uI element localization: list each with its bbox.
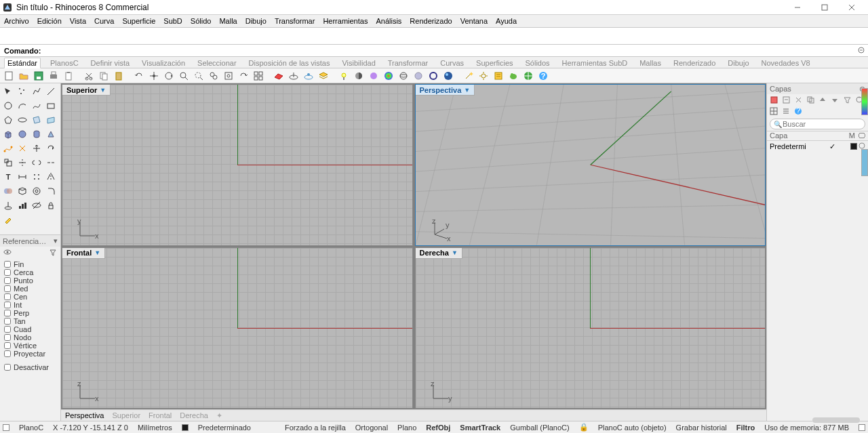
status-filtro[interactable]: Filtro xyxy=(736,424,755,432)
viewport-perspectiva[interactable]: Perspectiva▼ zyx xyxy=(415,84,766,246)
layer-help-icon[interactable]: ? xyxy=(794,107,802,117)
tooltab-visualizacion[interactable]: Visualización xyxy=(139,58,188,68)
tooltab-dibujo[interactable]: Dibujo xyxy=(725,58,751,68)
light-icon[interactable] xyxy=(338,70,350,82)
tooltab-seleccionar[interactable]: Seleccionar xyxy=(195,58,239,68)
save-icon[interactable] xyxy=(33,70,45,82)
command-input[interactable] xyxy=(43,46,864,56)
status-gumball[interactable]: Gumball (PlanoC) xyxy=(510,424,569,432)
osnap-tan[interactable] xyxy=(4,318,11,325)
views-icon[interactable] xyxy=(252,70,264,82)
menu-solido[interactable]: Sólido xyxy=(191,17,212,25)
menu-curva[interactable]: Curva xyxy=(94,17,114,25)
osnap-fin[interactable] xyxy=(4,261,11,268)
boolean-icon[interactable] xyxy=(1,184,15,198)
box-icon[interactable] xyxy=(1,127,15,141)
viewport-menu-icon[interactable]: ▼ xyxy=(452,249,458,256)
viewport-derecha[interactable]: Derecha▼ zy xyxy=(415,247,766,409)
zoom-window-icon[interactable] xyxy=(193,70,205,82)
osnap-perp[interactable] xyxy=(4,310,11,316)
viewport-menu-icon[interactable]: ▼ xyxy=(464,87,470,94)
polyline-icon[interactable] xyxy=(30,85,43,98)
osnap-med[interactable] xyxy=(4,285,11,292)
sphere-icon[interactable] xyxy=(16,127,29,141)
render-icon[interactable] xyxy=(368,70,380,82)
osnap-cen[interactable] xyxy=(4,293,11,300)
status-ortho[interactable]: Ortogonal xyxy=(355,424,388,432)
sidetab-render[interactable] xyxy=(861,149,868,176)
array-icon[interactable] xyxy=(30,170,43,184)
tooltab-solidos[interactable]: Sólidos xyxy=(523,58,553,68)
extrude-icon[interactable] xyxy=(44,127,58,141)
tooltab-curvas[interactable]: Curvas xyxy=(437,58,467,68)
status-layer-color[interactable] xyxy=(182,424,189,431)
layers-icon[interactable] xyxy=(317,70,330,82)
named-cplane-icon[interactable] xyxy=(302,70,315,82)
layer-color-swatch[interactable] xyxy=(850,143,857,150)
osnap-cerca[interactable] xyxy=(4,269,11,276)
tooltab-definir-vista[interactable]: Definir vista xyxy=(88,58,132,68)
viewport-title-frontal[interactable]: Frontal▼ xyxy=(62,248,105,259)
shade-icon[interactable] xyxy=(353,70,365,82)
status-plano[interactable]: Plano xyxy=(397,424,416,432)
osnap-nodo[interactable] xyxy=(4,334,11,341)
osnap-proyectar[interactable] xyxy=(4,350,11,357)
menu-herramientas[interactable]: Herramientas xyxy=(323,17,368,25)
menu-dibujo[interactable]: Dibujo xyxy=(245,17,267,25)
xray-icon[interactable] xyxy=(427,70,439,82)
layer-up-icon[interactable] xyxy=(818,96,827,106)
tooltab-novedades[interactable]: Novedades V8 xyxy=(759,58,813,68)
tooltab-mallas[interactable]: Mallas xyxy=(637,58,664,68)
tooltab-disposicion[interactable]: Disposición de las vistas xyxy=(246,58,333,68)
grasshopper-icon[interactable] xyxy=(507,70,519,82)
print-icon[interactable] xyxy=(47,70,60,82)
menu-transformar[interactable]: Transformar xyxy=(275,17,315,25)
layer-copy-icon[interactable] xyxy=(806,96,815,106)
osnap-eye-icon[interactable] xyxy=(3,247,12,258)
menu-renderizado[interactable]: Renderizado xyxy=(410,17,452,25)
rotate-obj-icon[interactable] xyxy=(44,142,58,155)
status-cplane-box[interactable] xyxy=(3,424,9,431)
zoom-icon[interactable] xyxy=(178,70,190,82)
split-icon[interactable] xyxy=(44,156,58,169)
offset-icon[interactable] xyxy=(30,184,43,198)
viewport-title-superior[interactable]: Superior▼ xyxy=(62,85,111,96)
status-units[interactable]: Milímetros xyxy=(138,424,172,432)
new-icon[interactable] xyxy=(3,70,15,82)
osnap-punto[interactable] xyxy=(4,277,11,284)
status-cpauto[interactable]: PlanoC auto (objeto) xyxy=(598,424,667,432)
cylinder-icon[interactable] xyxy=(30,127,43,141)
status-refobj[interactable]: RefObj xyxy=(426,424,450,432)
curve-icon[interactable] xyxy=(30,99,43,112)
menu-edicion[interactable]: Edición xyxy=(37,17,62,25)
viewport-menu-icon[interactable]: ▼ xyxy=(94,249,100,256)
layer-down-icon[interactable] xyxy=(831,96,840,106)
viewtab-frontal[interactable]: Frontal xyxy=(149,411,172,419)
line-icon[interactable] xyxy=(44,85,58,98)
status-grid[interactable]: Forzado a la rejilla xyxy=(285,424,346,432)
maximize-button[interactable] xyxy=(811,0,838,15)
menu-ventana[interactable]: Ventana xyxy=(460,17,488,25)
osnap-vertice[interactable] xyxy=(4,342,11,349)
status-end-box[interactable] xyxy=(859,424,865,431)
ellipse-icon[interactable] xyxy=(16,113,29,127)
horizontal-scrollbar[interactable] xyxy=(812,417,860,423)
osnap-filter-icon[interactable] xyxy=(48,247,58,258)
rotate-icon[interactable] xyxy=(163,70,175,82)
project-icon[interactable] xyxy=(1,199,15,212)
ghosted-icon[interactable] xyxy=(412,70,425,82)
open-icon[interactable] xyxy=(18,70,30,82)
move-icon[interactable] xyxy=(30,142,43,155)
layer-check-icon[interactable]: ✓ xyxy=(829,142,835,151)
tooltab-transformar[interactable]: Transformar xyxy=(385,58,431,68)
viewport-menu-icon[interactable]: ▼ xyxy=(100,87,106,94)
layer-row[interactable]: Predetermi ✓ xyxy=(767,141,868,152)
viewport-superior[interactable]: Superior▼ yx xyxy=(62,84,413,246)
mirror-icon[interactable] xyxy=(44,170,58,184)
analysis-icon[interactable] xyxy=(16,199,29,212)
layer-list-icon[interactable] xyxy=(782,107,790,117)
redo-icon[interactable] xyxy=(237,70,250,82)
material-icon[interactable] xyxy=(382,70,395,82)
menu-superficie[interactable]: Superficie xyxy=(122,17,155,25)
menu-analisis[interactable]: Análisis xyxy=(376,17,401,25)
